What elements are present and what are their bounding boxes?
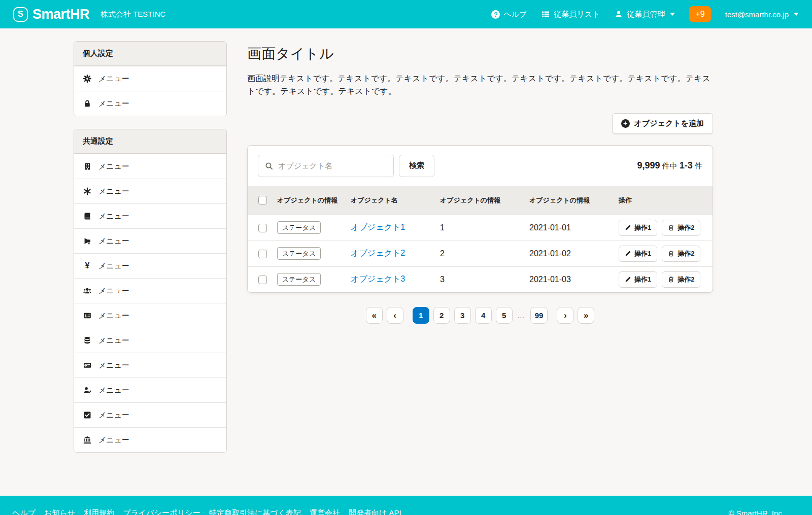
- main-content: 画面タイトル 画面説明テキストです。テキストです。テキストです。テキストです。テ…: [247, 41, 713, 324]
- add-object-button[interactable]: + オブジェクトを追加: [612, 113, 713, 134]
- prev-page-button[interactable]: ‹: [387, 307, 403, 324]
- delete-action-button[interactable]: 操作2: [662, 220, 700, 236]
- edit-action-button[interactable]: 操作1: [619, 220, 657, 236]
- sidebar-item-label: メニュー: [98, 286, 129, 296]
- footer-link[interactable]: 特定商取引法に基づく表記: [209, 508, 301, 515]
- next-page-button[interactable]: ›: [557, 307, 573, 324]
- object-link[interactable]: オブジェクト3: [351, 274, 405, 283]
- yen-icon: ¥: [83, 262, 92, 270]
- row-checkbox[interactable]: [258, 224, 267, 232]
- megaphone-icon: [83, 237, 92, 245]
- smarthr-logo[interactable]: S SmartHR: [13, 7, 89, 22]
- sidebar: 個人設定メニューメニュー共通設定メニューメニューメニューメニュー¥メニューメニュ…: [74, 41, 227, 465]
- book-icon: [83, 212, 92, 220]
- sidebar-item[interactable]: メニュー: [74, 353, 226, 377]
- edit-action-button[interactable]: 操作1: [619, 271, 657, 288]
- sidebar-section-title: 個人設定: [74, 42, 226, 66]
- app-footer: ヘルプお知らせ利用規約プライバシーポリシー特定商取引法に基づく表記運営会社開発者…: [0, 496, 812, 515]
- sidebar-item[interactable]: メニュー: [74, 91, 226, 116]
- trash-icon: [668, 224, 674, 231]
- sidebar-item-label: メニュー: [98, 435, 129, 445]
- chevron-down-icon: [794, 13, 799, 16]
- column-header: オブジェクト名: [345, 186, 434, 215]
- column-header: オブジェクトの情報: [523, 186, 613, 215]
- page-button[interactable]: 99: [530, 307, 548, 324]
- sidebar-item-label: メニュー: [98, 410, 129, 420]
- table-row: ステータスオブジェクト222021-01-02操作1操作2: [248, 241, 713, 266]
- delete-action-button[interactable]: 操作2: [662, 246, 700, 262]
- last-page-button[interactable]: »: [578, 307, 594, 324]
- delete-action-button[interactable]: 操作2: [662, 271, 700, 288]
- table-header-row: オブジェクトの情報 オブジェクト名 オブジェクトの情報 オブジェクトの情報 操作: [248, 186, 713, 215]
- sidebar-item[interactable]: メニュー: [74, 154, 226, 179]
- object-date-cell: 2021-01-03: [523, 266, 613, 292]
- page-button[interactable]: 5: [496, 307, 513, 324]
- building-icon: [83, 162, 92, 170]
- pagination-ellipsis: …: [517, 311, 526, 320]
- column-header: 操作: [613, 186, 713, 215]
- trash-icon: [668, 276, 674, 283]
- pencil-icon: [625, 224, 631, 231]
- sidebar-item[interactable]: ¥メニュー: [74, 253, 226, 278]
- pencil-icon: [625, 250, 631, 257]
- sidebar-item[interactable]: メニュー: [74, 179, 226, 203]
- edit-action-button[interactable]: 操作1: [619, 246, 657, 262]
- trash-icon: [668, 250, 674, 257]
- sidebar-item[interactable]: メニュー: [74, 328, 226, 353]
- company-name: 株式会社 TESTINC: [100, 10, 165, 19]
- gear-icon: [83, 75, 92, 83]
- sidebar-item[interactable]: メニュー: [74, 66, 226, 91]
- search-input[interactable]: [278, 161, 387, 170]
- object-table: オブジェクトの情報 オブジェクト名 オブジェクトの情報 オブジェクトの情報 操作…: [248, 186, 713, 292]
- object-date-cell: 2021-01-01: [523, 215, 613, 241]
- footer-link[interactable]: お知らせ: [44, 508, 75, 515]
- sidebar-item[interactable]: メニュー: [74, 203, 226, 228]
- sidebar-item-label: メニュー: [98, 236, 129, 246]
- object-date-cell: 2021-01-02: [523, 241, 613, 266]
- footer-link[interactable]: 運営会社: [310, 508, 340, 515]
- row-checkbox[interactable]: [258, 250, 267, 258]
- notification-badge[interactable]: +9: [689, 6, 710, 22]
- footer-link[interactable]: 開発者向け API: [349, 508, 401, 515]
- sidebar-item-label: メニュー: [98, 212, 129, 221]
- sidebar-item[interactable]: メニュー: [74, 427, 226, 452]
- employee-admin-menu[interactable]: 従業員管理: [614, 10, 675, 19]
- sidebar-item[interactable]: メニュー: [74, 402, 226, 427]
- search-icon: [264, 162, 274, 170]
- sidebar-item-label: メニュー: [98, 74, 129, 84]
- asterisk-icon: [83, 187, 92, 195]
- page-button[interactable]: 1: [413, 307, 429, 324]
- sidebar-item[interactable]: メニュー: [74, 228, 226, 253]
- employee-list-link[interactable]: 従業員リスト: [541, 10, 600, 19]
- question-circle-icon: ?: [491, 10, 500, 19]
- page-description: 画面説明テキストです。テキストです。テキストです。テキストです。テキストです。テ…: [247, 73, 713, 98]
- select-all-checkbox[interactable]: [258, 196, 267, 204]
- search-button[interactable]: 検索: [399, 155, 434, 177]
- footer-link[interactable]: 利用規約: [84, 508, 114, 515]
- object-info-cell: 2: [434, 241, 523, 266]
- table-row: ステータスオブジェクト332021-01-03操作1操作2: [248, 266, 713, 292]
- sidebar-section: 共通設定メニューメニューメニューメニュー¥メニューメニューメニューメニューメニュ…: [74, 129, 227, 453]
- object-link[interactable]: オブジェクト2: [351, 249, 405, 257]
- page-button[interactable]: 4: [475, 307, 492, 324]
- page-button[interactable]: 3: [454, 307, 471, 324]
- table-row: ステータスオブジェクト112021-01-01操作1操作2: [248, 215, 713, 241]
- page-button[interactable]: 2: [433, 307, 450, 324]
- brand-name: SmartHR: [32, 7, 89, 22]
- sidebar-item[interactable]: メニュー: [74, 278, 226, 303]
- footer-link[interactable]: プライバシーポリシー: [123, 508, 200, 515]
- user-icon: [614, 10, 623, 18]
- copyright: © SmartHR, Inc.: [729, 509, 784, 515]
- account-menu[interactable]: test@smarthr.co.jp: [725, 10, 799, 19]
- first-page-button[interactable]: «: [366, 307, 383, 324]
- column-header: オブジェクトの情報: [271, 186, 345, 215]
- column-header: オブジェクトの情報: [434, 186, 523, 215]
- help-link[interactable]: ? ヘルプ: [491, 10, 527, 19]
- row-checkbox[interactable]: [258, 276, 267, 284]
- sidebar-item[interactable]: メニュー: [74, 377, 226, 402]
- footer-link[interactable]: ヘルプ: [12, 508, 36, 515]
- sidebar-item-label: メニュー: [98, 311, 129, 321]
- sidebar-item[interactable]: メニュー: [74, 303, 226, 328]
- object-link[interactable]: オブジェクト1: [351, 223, 405, 231]
- result-count: 9,999 件中 1-3 件: [637, 160, 702, 171]
